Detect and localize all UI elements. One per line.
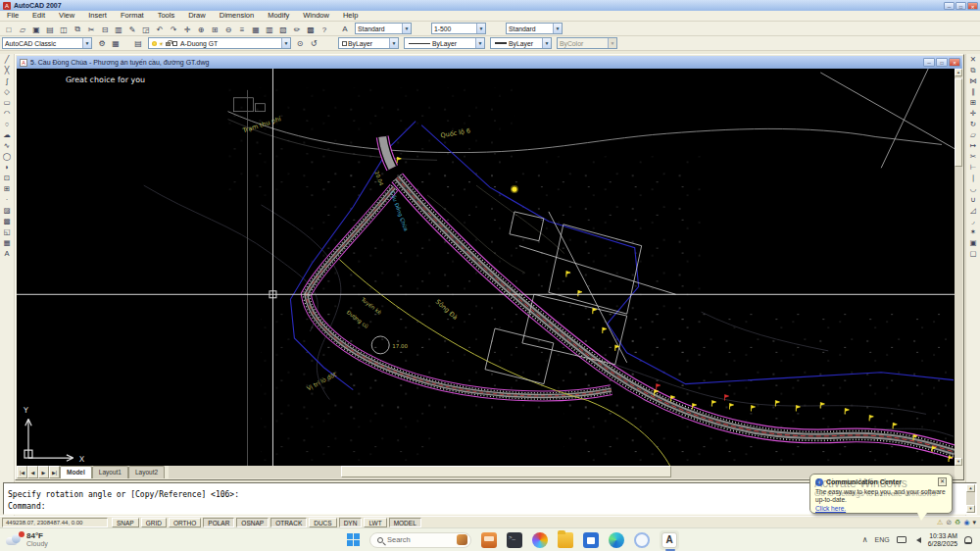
chevron-down-icon[interactable]: ▼ — [475, 38, 484, 48]
balloon-link[interactable]: Click here. — [815, 505, 947, 512]
rotate-icon[interactable]: ↻ — [967, 119, 980, 129]
toggle-ortho[interactable]: ORTHO — [169, 518, 201, 527]
app-maximize-button[interactable]: □ — [956, 2, 966, 10]
extend-icon[interactable]: ⊢ — [967, 162, 980, 173]
chevron-down-icon[interactable]: ▼ — [82, 38, 91, 48]
workspace-save-icon[interactable]: ▦ — [109, 37, 122, 50]
start-button[interactable] — [347, 533, 360, 546]
toggle-otrack[interactable]: OTRACK — [270, 518, 307, 527]
menu-draw[interactable]: Draw — [181, 11, 213, 21]
doc-close-button[interactable]: ✕ — [949, 58, 960, 67]
explode-icon[interactable]: ✶ — [967, 226, 980, 237]
erase-icon[interactable]: ✕ — [967, 54, 980, 65]
chevron-down-icon[interactable]: ▼ — [281, 38, 290, 48]
array-icon[interactable]: ⊞ — [967, 97, 980, 108]
designcenter-icon[interactable]: ▦ — [249, 24, 263, 36]
zoom-previous-icon[interactable]: ⊖ — [221, 24, 235, 36]
menu-dimension[interactable]: Dimension — [213, 11, 261, 21]
qnew-icon[interactable]: □ — [2, 24, 16, 36]
layer-properties-manager-icon[interactable]: ▤ — [131, 37, 145, 50]
workspace-settings-icon[interactable]: ⚙ — [95, 37, 109, 50]
vertical-scroll-thumb[interactable] — [955, 78, 962, 167]
paste-icon[interactable]: ▥ — [112, 24, 125, 36]
chamfer-icon[interactable]: ◿ — [967, 205, 980, 216]
volume-icon[interactable] — [913, 537, 921, 543]
network-icon[interactable] — [897, 536, 906, 543]
linetype-dropdown[interactable]: ByLayer ▼ — [404, 37, 485, 49]
ellipse-icon[interactable]: ◯ — [1, 151, 14, 162]
table-style-dropdown[interactable]: Standard ▼ — [506, 23, 563, 34]
tray-chevron-icon[interactable]: ∧ — [862, 535, 868, 544]
microsoft-store-icon[interactable] — [583, 532, 599, 548]
communication-center-icon[interactable]: ◉ — [963, 518, 969, 527]
make-block-icon[interactable]: ⊞ — [1, 183, 14, 194]
browser-icon[interactable] — [634, 532, 650, 548]
chevron-down-icon[interactable]: ▼ — [476, 24, 485, 33]
menu-help[interactable]: Help — [336, 11, 365, 21]
publish-icon[interactable]: ⧉ — [71, 24, 84, 36]
menu-edit[interactable]: Edit — [25, 11, 52, 21]
circle-icon[interactable]: ○ — [1, 119, 14, 129]
tool-palettes-icon[interactable]: ▥ — [263, 24, 276, 36]
trim-icon[interactable]: ✂ — [967, 151, 980, 162]
toggle-ducs[interactable]: DUCS — [309, 518, 336, 527]
toggle-grid[interactable]: GRID — [141, 518, 167, 527]
status-tray-menu-icon[interactable]: ▾ — [972, 518, 976, 527]
tab-prev-icon[interactable]: ◀ — [27, 466, 38, 478]
app-close-button[interactable]: ✕ — [967, 2, 978, 10]
file-explorer-icon[interactable] — [558, 532, 573, 548]
standards-icon[interactable]: ♻ — [955, 518, 960, 527]
multiline-text-icon[interactable]: A — [1, 248, 14, 259]
plot-icon[interactable]: ▤ — [43, 24, 57, 36]
redo-icon[interactable]: ↷ — [167, 24, 180, 36]
polygon-icon[interactable]: ◇ — [1, 86, 14, 97]
chevron-down-icon[interactable]: ▼ — [542, 38, 551, 48]
rectangle-icon[interactable]: ▭ — [1, 97, 14, 108]
mirror-icon[interactable]: ⋈ — [967, 75, 980, 86]
construction-line-icon[interactable]: ╳ — [1, 65, 14, 75]
toolbar-lock-icon[interactable]: ⊘ — [946, 518, 952, 527]
block-editor-icon[interactable]: ◲ — [139, 24, 153, 36]
doc-minimize-button[interactable]: ─ — [923, 58, 935, 67]
text-style-icon[interactable]: A — [338, 23, 352, 35]
sheet-set-manager-icon[interactable]: ▧ — [276, 24, 290, 36]
region-icon[interactable]: ◱ — [1, 226, 14, 237]
drawing-canvas[interactable]: Trạm thu phíQuốc lộ 6Cầu Đồng ChùaSông Đ… — [17, 69, 955, 466]
break-at-point-icon[interactable]: ∣ — [967, 173, 980, 183]
undo-icon[interactable]: ↶ — [153, 24, 167, 36]
toggle-dyn[interactable]: DYN — [339, 518, 363, 527]
update-warning-icon[interactable]: ⚠ — [937, 518, 943, 527]
vertical-scrollbar[interactable]: ▲ ▼ — [955, 69, 962, 466]
chevron-down-icon[interactable]: ▼ — [389, 38, 398, 48]
menu-modify[interactable]: Modify — [261, 11, 296, 21]
dim-style-dropdown[interactable]: 1-500 ▼ — [431, 23, 486, 34]
menu-insert[interactable]: Insert — [81, 11, 114, 21]
copy-icon[interactable]: ⧉ — [967, 65, 980, 75]
edge-icon[interactable] — [609, 532, 624, 548]
menu-file[interactable]: File — [0, 11, 25, 21]
fillet-icon[interactable]: ◞ — [967, 216, 980, 226]
doc-restore-button[interactable]: □ — [936, 58, 948, 67]
chevron-down-icon[interactable]: ▼ — [402, 24, 411, 33]
coordinate-readout[interactable]: 449238.07, 2308487.44, 0.00 — [2, 518, 108, 527]
move-icon[interactable]: ✛ — [967, 108, 980, 119]
app-minimize-button[interactable]: ─ — [944, 2, 955, 10]
menu-window[interactable]: Window — [296, 11, 336, 21]
command-scrollbar[interactable]: ▲ ▼ — [966, 484, 975, 513]
plot-preview-icon[interactable]: ◫ — [57, 24, 71, 36]
properties-palette-icon[interactable]: ≡ — [235, 24, 249, 36]
hatch-icon[interactable]: ▨ — [1, 205, 14, 216]
cut-icon[interactable]: ✂ — [84, 24, 98, 36]
save-icon[interactable]: ▣ — [29, 24, 43, 36]
ellipse-arc-icon[interactable]: ◗ — [1, 162, 14, 173]
line-icon[interactable]: ╱ — [1, 54, 14, 65]
scroll-up-icon[interactable]: ▲ — [955, 69, 962, 76]
app-icon-vehicle[interactable] — [481, 532, 497, 548]
arc-icon[interactable]: ◠ — [1, 108, 14, 119]
workspace-dropdown[interactable]: AutoCAD Classic ▼ — [2, 37, 92, 49]
zoom-realtime-icon[interactable]: ⊕ — [194, 24, 208, 36]
scroll-up-icon[interactable]: ▲ — [966, 484, 975, 492]
scroll-down-icon[interactable]: ▼ — [955, 458, 962, 466]
tab-model[interactable]: Model — [60, 466, 92, 478]
quickcalc-icon[interactable]: ▩ — [304, 24, 318, 36]
